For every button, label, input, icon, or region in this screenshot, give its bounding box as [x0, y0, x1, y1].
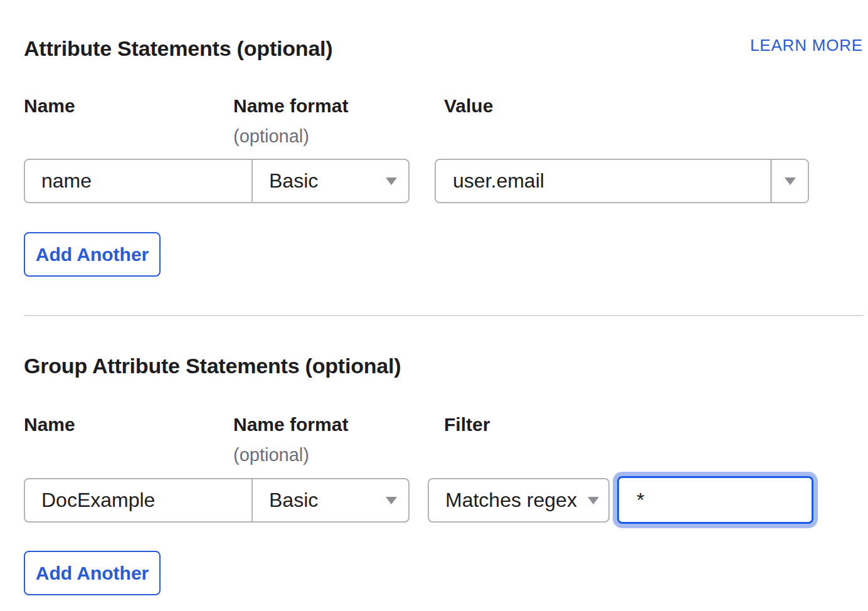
attribute-name-format-selected-value: Basic — [269, 169, 318, 193]
group-name-format-column-header: Name format — [233, 414, 348, 435]
attribute-name-format-optional-note: (optional) — [233, 126, 309, 147]
group-filter-type-selected-value: Matches regex — [445, 489, 577, 512]
dropdown-arrow-icon — [386, 178, 397, 185]
group-name-format-selected-value: Basic — [269, 489, 318, 512]
attribute-add-another-button[interactable]: Add Another — [24, 232, 161, 277]
attribute-statements-title: Attribute Statements (optional) — [24, 36, 332, 61]
attribute-value-column-header: Value — [444, 95, 493, 117]
dropdown-arrow-icon — [588, 497, 599, 504]
group-attribute-statements-title: Group Attribute Statements (optional) — [24, 354, 401, 378]
saml-attribute-statements-form: Attribute Statements (optional) LEARN MO… — [0, 0, 868, 611]
attribute-value-combobox — [435, 159, 809, 203]
group-filter-type-select[interactable]: Matches regex — [428, 478, 610, 523]
attribute-name-input[interactable] — [24, 159, 253, 203]
attribute-name-format-select[interactable]: Basic — [251, 159, 410, 203]
attribute-name-column-header: Name — [24, 95, 75, 117]
group-name-format-optional-note: (optional) — [233, 445, 309, 465]
group-add-another-button[interactable]: Add Another — [24, 551, 161, 595]
attribute-name-format-column-header: Name format — [233, 95, 348, 117]
group-name-column-header: Name — [24, 414, 75, 435]
group-name-format-select[interactable]: Basic — [251, 478, 410, 523]
dropdown-arrow-icon — [386, 497, 397, 504]
attribute-value-dropdown-button[interactable] — [770, 160, 808, 202]
group-filter-value-input[interactable] — [617, 476, 813, 524]
group-name-input[interactable] — [24, 478, 253, 523]
group-filter-column-header: Filter — [444, 414, 490, 435]
attribute-value-input[interactable] — [436, 160, 770, 202]
dropdown-arrow-icon — [785, 178, 796, 185]
section-divider — [24, 315, 864, 316]
learn-more-link[interactable]: LEARN MORE — [750, 36, 863, 55]
